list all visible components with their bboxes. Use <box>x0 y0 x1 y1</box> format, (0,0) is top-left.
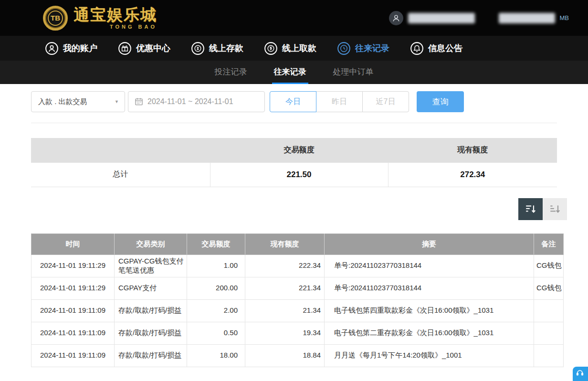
cell-type: 存款/取款/打码/损益 <box>115 344 187 367</box>
customer-service-button[interactable] <box>573 367 588 381</box>
cell-time: 2024-11-01 19:11:09 <box>32 344 115 367</box>
cell-type: 存款/取款/打码/损益 <box>115 322 187 344</box>
col-note: 备注 <box>534 233 564 254</box>
today-button[interactable]: 今日 <box>270 91 316 112</box>
table-row: 2024-11-01 19:11:09 存款/取款/打码/损益 0.50 19.… <box>32 322 564 344</box>
brand-text: 通宝娱乐城 TONG BAO <box>74 7 157 30</box>
summary-total-balance: 272.34 <box>388 162 557 187</box>
nav-item-withdraw[interactable]: 线上取款 <box>264 42 316 55</box>
summary-header-balance: 现有额度 <box>388 138 557 162</box>
cell-amount: 1.00 <box>187 254 245 277</box>
avatar[interactable] <box>389 11 403 25</box>
nav-item-announcements[interactable]: 信息公告 <box>410 42 462 55</box>
cell-type: CGPAY支付 <box>115 277 187 299</box>
poker-chip-icon: TB <box>43 6 68 31</box>
quick-date-buttons: 今日 昨日 近7日 <box>270 91 409 112</box>
cell-time: 2024-11-01 19:11:29 <box>32 254 115 277</box>
records-table: 时间 交易类别 交易额度 现有额度 摘要 备注 2024-11-01 19:11… <box>31 233 564 367</box>
summary-total-row: 总计 221.50 272.34 <box>31 162 557 187</box>
nav-item-my-account[interactable]: 我的账户 <box>45 42 97 55</box>
summary-header-amount: 交易额度 <box>210 138 388 162</box>
query-button[interactable]: 查询 <box>417 91 464 112</box>
cell-amount: 0.50 <box>187 322 245 344</box>
cell-amount: 2.00 <box>187 299 245 322</box>
tab-processing-orders[interactable]: 处理中订单 <box>331 61 376 84</box>
user-area: MB <box>389 11 569 25</box>
table-row: 2024-11-01 19:11:09 存款/取款/打码/损益 18.00 18… <box>32 344 564 367</box>
sort-desc-icon <box>525 203 537 215</box>
tab-transaction-records[interactable]: 往来记录 <box>272 61 308 84</box>
calendar-icon <box>134 97 144 106</box>
cell-summary: 单号:202411023770318144 <box>325 277 534 299</box>
nav-label: 线上取款 <box>282 42 316 54</box>
sub-nav: 投注记录 往来记录 处理中订单 <box>0 61 588 84</box>
tab-label: 投注记录 <box>215 66 247 77</box>
date-range-picker[interactable]: 2024-11-01 ~ 2024-11-01 <box>128 91 265 112</box>
sort-descending-button[interactable] <box>518 198 543 220</box>
table-row: 2024-11-01 19:11:29 CGPAY-CG钱包支付笔笔送优惠 1.… <box>32 254 564 277</box>
chevron-down-icon: ▼ <box>115 99 119 104</box>
summary-header-spacer <box>31 138 210 162</box>
table-row: 2024-11-01 19:11:09 存款/取款/打码/损益 2.00 21.… <box>32 299 564 322</box>
cell-balance: 18.84 <box>245 344 325 367</box>
service-icon <box>576 369 584 378</box>
account-icon <box>45 42 58 55</box>
records-header-row: 时间 交易类别 交易额度 现有额度 摘要 备注 <box>32 233 564 254</box>
nav-item-deposit[interactable]: 线上存款 <box>191 42 243 55</box>
bell-icon <box>410 42 423 55</box>
balance-redacted <box>499 13 555 23</box>
table-row: 2024-11-01 19:11:29 CGPAY支付 200.00 221.3… <box>32 277 564 299</box>
sort-ascending-button[interactable] <box>543 198 567 220</box>
tab-label: 往来记录 <box>274 66 306 77</box>
brand-subname: TONG BAO <box>74 24 157 30</box>
cell-time: 2024-11-01 19:11:29 <box>32 277 115 299</box>
cell-time: 2024-11-01 19:11:09 <box>32 299 115 322</box>
select-value: 入款 . 出款交易 <box>38 97 87 106</box>
transaction-type-select[interactable]: 入款 . 出款交易 ▼ <box>31 91 125 112</box>
brand-name: 通宝娱乐城 <box>74 7 157 22</box>
currency-label: MB <box>560 14 569 21</box>
nav-label: 往来记录 <box>355 42 389 54</box>
gift-icon <box>118 42 131 55</box>
nav-item-promotions[interactable]: 优惠中心 <box>118 42 170 55</box>
cell-amount: 18.00 <box>187 344 245 367</box>
withdraw-coin-icon <box>264 42 277 55</box>
col-balance: 现有额度 <box>245 233 325 254</box>
cell-note: CG钱包 <box>534 277 564 299</box>
last-7-days-button[interactable]: 近7日 <box>362 91 409 112</box>
col-summary: 摘要 <box>325 233 534 254</box>
summary-table: 交易额度 现有额度 总计 221.50 272.34 <box>31 138 557 187</box>
yesterday-button[interactable]: 昨日 <box>316 91 363 112</box>
summary-total-amount: 221.50 <box>210 162 388 187</box>
cell-balance: 19.34 <box>245 322 325 344</box>
summary-total-label: 总计 <box>31 162 210 187</box>
tab-label: 处理中订单 <box>333 66 374 77</box>
nav-item-records[interactable]: 往来记录 <box>337 42 389 55</box>
cell-summary: 月月送《每月1号下午14:20领取》_1001 <box>325 344 534 367</box>
topbar: TB 通宝娱乐城 TONG BAO MB <box>0 0 588 36</box>
cell-amount: 200.00 <box>187 277 245 299</box>
nav-label: 线上存款 <box>209 42 243 54</box>
cell-summary: 电子钱包第四重取款彩金《次日16:00领取》_1031 <box>325 299 534 322</box>
cell-note <box>534 322 564 344</box>
cell-note <box>534 299 564 322</box>
cell-summary: 单号:202411023770318144 <box>325 254 534 277</box>
deposit-coin-icon <box>191 42 204 55</box>
brand-logo[interactable]: TB 通宝娱乐城 TONG BAO <box>43 6 157 31</box>
col-time: 时间 <box>32 233 115 254</box>
chip-label: TB <box>48 11 63 26</box>
tab-betting-records[interactable]: 投注记录 <box>213 61 249 84</box>
nav-label: 优惠中心 <box>136 42 170 54</box>
username-redacted <box>408 13 475 23</box>
col-type: 交易类别 <box>115 233 187 254</box>
sort-asc-icon <box>549 203 561 215</box>
cell-type: 存款/取款/打码/损益 <box>115 299 187 322</box>
sort-controls <box>0 198 567 220</box>
cell-note <box>534 344 564 367</box>
date-range-value: 2024-11-01 ~ 2024-11-01 <box>147 97 233 106</box>
nav-label: 我的账户 <box>63 42 97 54</box>
divider <box>31 123 557 123</box>
cell-time: 2024-11-01 19:11:09 <box>32 322 115 344</box>
cell-balance: 221.34 <box>245 277 325 299</box>
cell-balance: 21.34 <box>245 299 325 322</box>
